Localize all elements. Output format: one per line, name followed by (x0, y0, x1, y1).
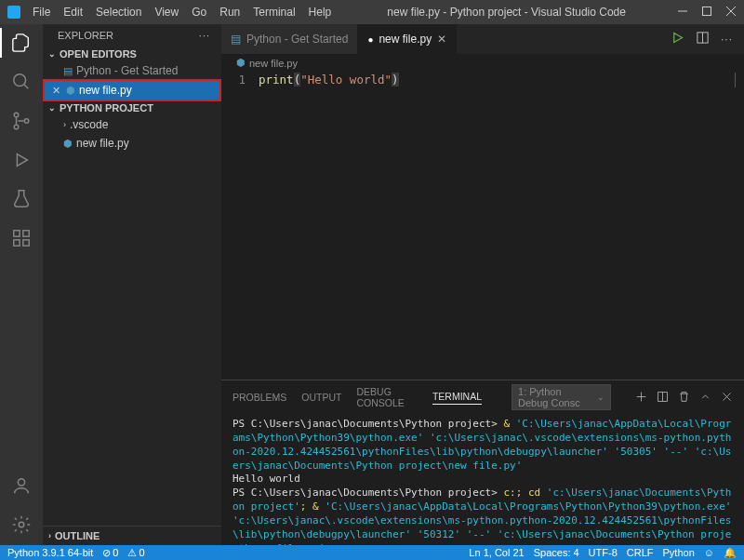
feedback-icon[interactable]: ☺ (704, 547, 714, 558)
svg-rect-11 (23, 231, 29, 236)
svg-point-8 (24, 119, 29, 124)
kill-terminal-icon[interactable] (678, 391, 690, 405)
settings-gear-icon[interactable] (10, 513, 33, 536)
explorer-icon[interactable] (10, 32, 33, 54)
menu-help[interactable]: Help (304, 6, 337, 19)
sidebar: EXPLORER ··· ⌄ OPEN EDITORS ▤ Python - G… (43, 24, 221, 545)
tab-close-icon[interactable]: ✕ (437, 33, 446, 46)
outline-header[interactable]: › OUTLINE (43, 526, 221, 545)
open-editors-header[interactable]: ⌄ OPEN EDITORS (43, 47, 221, 61)
status-eol[interactable]: CRLF (627, 547, 654, 558)
python-file-icon: ⬢ (236, 57, 246, 69)
svg-marker-16 (674, 33, 683, 43)
minimize-icon[interactable] (677, 6, 688, 20)
svg-point-4 (14, 74, 26, 87)
search-icon[interactable] (10, 71, 33, 93)
status-python-version[interactable]: Python 3.9.1 64-bit (7, 547, 93, 558)
project-label: PYTHON PROJECT (60, 102, 153, 113)
project-header[interactable]: ⌄ PYTHON PROJECT (43, 100, 221, 115)
menu-view[interactable]: View (150, 6, 183, 19)
folder-item[interactable]: › .vscode (43, 115, 221, 134)
open-editor-item[interactable]: ▤ Python - Get Started (43, 61, 221, 80)
folder-label: .vscode (70, 118, 108, 131)
modified-dot-icon: ● (367, 34, 373, 45)
chevron-right-icon: › (48, 531, 51, 540)
vscode-icon (7, 6, 20, 19)
svg-line-5 (24, 85, 29, 89)
sidebar-title: EXPLORER (58, 30, 113, 41)
activity-bar (0, 24, 43, 545)
panel-tab-output[interactable]: OUTPUT (301, 392, 341, 403)
window-controls (677, 6, 737, 20)
python-file-icon: ⬢ (66, 85, 75, 97)
titlebar: File Edit Selection View Go Run Terminal… (0, 0, 744, 24)
svg-rect-12 (14, 240, 20, 246)
close-editor-icon[interactable]: ✕ (52, 85, 60, 97)
split-terminal-icon[interactable] (657, 391, 669, 405)
menu-bar: File Edit Selection View Go Run Terminal… (28, 6, 336, 19)
window-title: new file.py - Python project - Visual St… (336, 6, 677, 19)
menu-edit[interactable]: Edit (59, 6, 87, 19)
svg-rect-1 (703, 7, 711, 15)
status-bar: Python 3.9.1 64-bit ⊘ 0 ⚠ 0 Ln 1, Col 21… (0, 545, 744, 560)
close-icon[interactable] (725, 6, 737, 20)
menu-selection[interactable]: Selection (91, 6, 146, 19)
source-control-icon[interactable] (10, 110, 33, 132)
sidebar-more-icon[interactable]: ··· (199, 30, 210, 41)
welcome-icon: ▤ (231, 33, 241, 46)
menu-file[interactable]: File (28, 6, 55, 19)
chevron-down-icon: ⌄ (597, 393, 604, 402)
terminal-output[interactable]: PS C:\Users\janac\Documents\Python proje… (221, 414, 744, 545)
new-terminal-icon[interactable] (635, 391, 647, 405)
file-item[interactable]: ⬢ new file.py (43, 134, 221, 153)
close-panel-icon[interactable] (721, 391, 733, 405)
svg-point-15 (19, 522, 24, 527)
run-debug-icon[interactable] (10, 149, 33, 171)
maximize-panel-icon[interactable] (699, 391, 711, 405)
status-ln-col[interactable]: Ln 1, Col 21 (469, 547, 524, 558)
extensions-icon[interactable] (10, 227, 33, 249)
terminal-selector-label: 1: Python Debug Consc (518, 386, 591, 408)
menu-terminal[interactable]: Terminal (248, 6, 299, 19)
panel-tab-debug-console[interactable]: DEBUG CONSOLE (357, 386, 418, 408)
terminal-selector[interactable]: 1: Python Debug Consc ⌄ (512, 384, 611, 410)
highlight-marker: ✕ ⬢ new file.py (43, 79, 221, 101)
status-errors[interactable]: ⊘ 0 (102, 547, 118, 559)
status-warnings[interactable]: ⚠ 0 (127, 547, 144, 559)
editor-more-icon[interactable]: ··· (721, 33, 733, 46)
status-encoding[interactable]: UTF-8 (589, 547, 618, 558)
testing-icon[interactable] (10, 188, 33, 210)
panel-tab-terminal[interactable]: TERMINAL (432, 391, 482, 405)
code-line: print("Hello world") (259, 73, 399, 380)
menu-run[interactable]: Run (215, 6, 245, 19)
editor-area: ▤ Python - Get Started ● new file.py ✕ ·… (221, 24, 744, 545)
svg-marker-9 (17, 154, 27, 167)
status-spaces[interactable]: Spaces: 4 (534, 547, 579, 558)
editor-tabs: ▤ Python - Get Started ● new file.py ✕ ·… (221, 24, 744, 54)
svg-point-6 (14, 113, 19, 117)
maximize-icon[interactable] (701, 6, 712, 20)
code-editor[interactable]: 1 print("Hello world") (221, 72, 744, 380)
bottom-panel: PROBLEMS OUTPUT DEBUG CONSOLE TERMINAL 1… (221, 380, 744, 545)
status-lang[interactable]: Python (663, 547, 695, 558)
line-number: 1 (221, 73, 259, 380)
svg-rect-13 (23, 240, 29, 246)
split-editor-icon[interactable] (696, 31, 710, 47)
breadcrumb-label: new file.py (249, 58, 298, 69)
panel-tabs: PROBLEMS OUTPUT DEBUG CONSOLE TERMINAL 1… (221, 380, 744, 414)
run-file-icon[interactable] (671, 31, 684, 47)
open-editor-label: new file.py (79, 84, 132, 97)
tab-new-file[interactable]: ● new file.py ✕ (358, 24, 457, 54)
tab-python-get-started[interactable]: ▤ Python - Get Started (221, 24, 358, 54)
python-file-icon: ⬢ (63, 138, 73, 150)
welcome-icon: ▤ (63, 65, 73, 77)
panel-tab-problems[interactable]: PROBLEMS (232, 392, 286, 403)
notifications-icon[interactable]: 🔔 (724, 547, 737, 559)
open-editor-label: Python - Get Started (76, 64, 178, 77)
breadcrumb[interactable]: ⬢ new file.py (221, 54, 744, 72)
open-editor-item-active[interactable]: ✕ ⬢ new file.py (45, 81, 219, 100)
menu-go[interactable]: Go (187, 6, 211, 19)
svg-rect-10 (14, 231, 20, 236)
accounts-icon[interactable] (10, 474, 33, 497)
svg-point-14 (18, 479, 24, 486)
